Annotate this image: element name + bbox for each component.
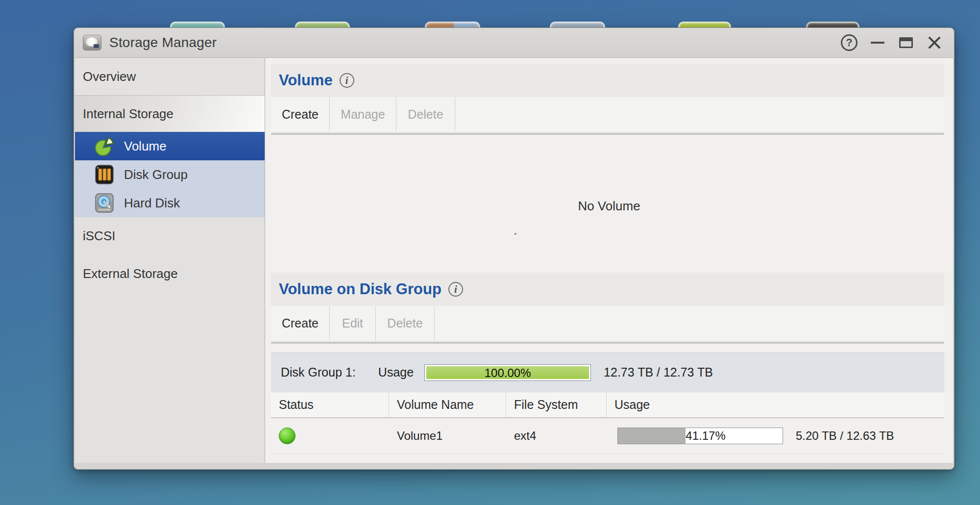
volume-delete-button[interactable]: Delete bbox=[396, 97, 455, 131]
sidebar-item-label: Disk Group bbox=[124, 167, 188, 182]
volume-empty-area: No Volume bbox=[265, 135, 953, 273]
desktop-background: Storage Manager ? Overview bbox=[0, 0, 980, 505]
info-icon[interactable]: i bbox=[448, 282, 463, 297]
volume-size: 5.20 TB / 12.63 TB bbox=[796, 429, 894, 443]
usage-bar-fill bbox=[618, 428, 686, 444]
window-controls: ? bbox=[838, 32, 945, 53]
no-volume-message: No Volume bbox=[578, 198, 640, 213]
pie-chart-icon bbox=[94, 135, 115, 157]
volume-manage-button[interactable]: Manage bbox=[330, 97, 396, 131]
column-header-file-system[interactable]: File System bbox=[506, 392, 607, 417]
hard-disk-icon bbox=[94, 192, 115, 214]
toolbar-separator bbox=[455, 97, 455, 131]
maximize-icon bbox=[899, 37, 913, 48]
sidebar-item-label: External Storage bbox=[83, 266, 178, 281]
column-header-status[interactable]: Status bbox=[271, 392, 389, 417]
disk-array-icon bbox=[94, 164, 115, 185]
column-header-usage[interactable]: Usage bbox=[607, 392, 944, 417]
vdg-create-button[interactable]: Create bbox=[271, 306, 329, 340]
table-row[interactable]: Volume1 ext4 41.17% 5.20 TB / 12.63 TB bbox=[271, 418, 944, 454]
window-title: Storage Manager bbox=[109, 35, 217, 50]
help-icon: ? bbox=[841, 34, 858, 51]
usage-label: Usage bbox=[378, 365, 414, 379]
usage-percent: 100.00% bbox=[425, 366, 590, 380]
maximize-button[interactable] bbox=[895, 32, 917, 53]
disk-group-summary: Disk Group 1: Usage 100.00% 12.73 TB / 1… bbox=[271, 353, 944, 392]
sidebar-item-label: Volume bbox=[124, 139, 167, 154]
sidebar-section-label: Internal Storage bbox=[83, 106, 173, 122]
minimize-icon bbox=[871, 42, 884, 44]
disk-group-usage-bar: 100.00% bbox=[424, 364, 591, 381]
disk-group-name: Disk Group 1: bbox=[281, 365, 356, 379]
column-header-volume-name[interactable]: Volume Name bbox=[389, 392, 506, 417]
vdg-delete-button[interactable]: Delete bbox=[376, 306, 434, 340]
volume-section-header: Volume i bbox=[271, 64, 944, 97]
main-panel: Volume i Create Manage Delete No Volume bbox=[265, 58, 953, 463]
sidebar-item-external-storage[interactable]: External Storage bbox=[75, 255, 265, 293]
sidebar-item-iscsi[interactable]: iSCSI bbox=[75, 217, 265, 255]
volume-create-button[interactable]: Create bbox=[271, 97, 329, 131]
cursor-dot bbox=[514, 233, 516, 235]
sidebar-item-disk-group[interactable]: Disk Group bbox=[75, 160, 265, 189]
sidebar-item-overview[interactable]: Overview bbox=[75, 58, 265, 96]
info-icon[interactable]: i bbox=[340, 73, 354, 88]
volume-name-cell: Volume1 bbox=[389, 429, 506, 443]
sidebar-item-volume[interactable]: Volume bbox=[75, 132, 265, 160]
disk-group-capacity: 12.73 TB / 12.73 TB bbox=[604, 365, 713, 379]
volume-on-disk-group-title: Volume on Disk Group bbox=[279, 280, 441, 298]
help-button[interactable]: ? bbox=[838, 32, 860, 53]
usage-percent: 41.17% bbox=[686, 429, 725, 443]
sidebar-item-label: Hard Disk bbox=[124, 196, 180, 211]
minimize-button[interactable] bbox=[867, 32, 888, 53]
volume-on-disk-group-header: Volume on Disk Group i bbox=[271, 273, 944, 306]
volume-toolbar: Create Manage Delete bbox=[271, 97, 944, 131]
titlebar[interactable]: Storage Manager ? bbox=[75, 28, 953, 57]
sidebar: Overview Internal Storage Volume bbox=[75, 58, 265, 463]
sidebar-item-label: Overview bbox=[83, 69, 136, 84]
status-led-green bbox=[279, 428, 295, 444]
volume-table-header: Status Volume Name File System Usage bbox=[271, 392, 944, 418]
hard-drive-app-icon bbox=[83, 35, 101, 50]
vdg-edit-button[interactable]: Edit bbox=[330, 306, 375, 340]
volume-section-title: Volume bbox=[279, 72, 333, 89]
sidebar-section-internal-storage[interactable]: Internal Storage bbox=[75, 96, 265, 132]
storage-manager-window: Storage Manager ? Overview bbox=[74, 27, 955, 470]
close-button[interactable] bbox=[924, 32, 945, 53]
sidebar-item-hard-disk[interactable]: Hard Disk bbox=[75, 189, 265, 217]
toolbar-separator bbox=[434, 306, 435, 340]
section-divider bbox=[271, 342, 944, 344]
volume-on-disk-group-toolbar: Create Edit Delete bbox=[271, 306, 944, 340]
close-icon bbox=[927, 35, 942, 50]
file-system-cell: ext4 bbox=[506, 429, 607, 443]
volume-usage-bar: 41.17% bbox=[617, 428, 783, 444]
sidebar-item-label: iSCSI bbox=[83, 228, 115, 244]
